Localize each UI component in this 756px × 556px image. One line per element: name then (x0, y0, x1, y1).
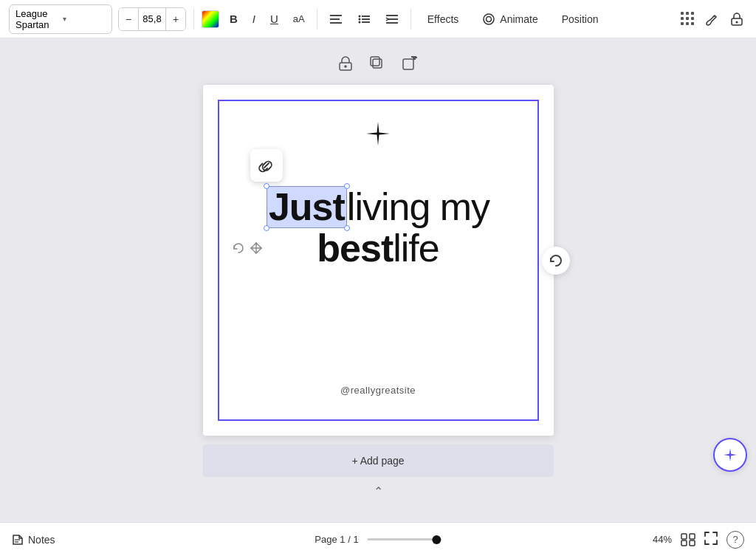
add-element-button[interactable] (399, 53, 420, 78)
list-icon (357, 13, 371, 25)
svg-rect-19 (373, 59, 382, 68)
divider-3 (410, 9, 411, 30)
link-icon-button[interactable] (250, 149, 283, 182)
svg-point-13 (487, 16, 492, 21)
handle-top-left (264, 183, 269, 189)
font-name-label: League Spartan (16, 8, 58, 30)
underline-button[interactable]: U (266, 10, 283, 28)
help-button[interactable]: ? (726, 531, 744, 549)
top-toolbar: League Spartan ▾ − + B I U aA (0, 0, 756, 38)
slider-thumb (433, 535, 441, 544)
magic-ai-button[interactable] (713, 438, 747, 472)
page-info-label: Page 1 / 1 (315, 534, 358, 545)
duplicate-icon (370, 56, 385, 71)
move-icon (250, 242, 262, 254)
page-slider[interactable] (368, 538, 441, 540)
svg-point-4 (358, 18, 360, 20)
svg-point-18 (344, 65, 347, 68)
word-just[interactable]: Just (267, 186, 347, 228)
lock-icon (731, 13, 743, 26)
fullscreen-button[interactable] (704, 532, 718, 548)
bold-button[interactable]: B (225, 10, 242, 28)
scroll-hint-icon[interactable]: ⌃ (374, 484, 383, 498)
indent-icon (385, 13, 399, 25)
svg-rect-21 (403, 59, 413, 69)
animate-button[interactable]: Animate (473, 9, 546, 30)
align-button[interactable] (325, 10, 347, 28)
bottom-bar: Notes Page 1 / 1 44% (0, 522, 756, 556)
svg-rect-30 (681, 534, 687, 539)
grid-view-button[interactable] (681, 533, 695, 546)
align-icon (329, 13, 343, 25)
add-page-button[interactable]: + Add page (203, 445, 554, 477)
lock-element-icon (339, 56, 352, 71)
transform-icons (233, 242, 262, 254)
zoom-level-label: 44% (653, 534, 672, 545)
list-button[interactable] (353, 10, 375, 28)
divider-2 (317, 9, 317, 30)
canvas-action-icons (336, 53, 420, 78)
effects-button[interactable]: Effects (419, 10, 468, 29)
slider-track (368, 538, 441, 540)
page-navigation: Page 1 / 1 (315, 534, 441, 545)
bottom-right-controls: 44% ? (653, 531, 744, 549)
text-line-2: best life (219, 228, 537, 269)
brush-icon (704, 13, 718, 26)
font-size-decrease-button[interactable]: − (119, 8, 138, 30)
notes-button[interactable]: Notes (12, 534, 55, 546)
apps-grid-icon[interactable] (681, 12, 695, 27)
sparkle-star-icon (366, 122, 390, 145)
link-icon (258, 157, 275, 174)
position-button[interactable]: Position (553, 10, 608, 29)
svg-point-3 (358, 15, 360, 17)
canvas-rotate-handle[interactable] (542, 247, 570, 275)
indent-button[interactable] (381, 10, 403, 28)
lock-element-button[interactable] (336, 53, 355, 78)
canvas-wrapper: Just living my (203, 85, 554, 436)
tagline-text: @reallygreatsite (219, 385, 537, 396)
svg-point-12 (484, 14, 494, 24)
svg-point-16 (736, 21, 738, 23)
divider-1 (193, 9, 194, 30)
text-line1-rest: living my (347, 187, 489, 227)
duplicate-button[interactable] (367, 53, 388, 78)
font-size-control: − + (118, 7, 186, 31)
text-line-1: Just living my (219, 186, 537, 228)
chevron-down-icon: ▾ (63, 15, 106, 23)
font-selector[interactable]: League Spartan ▾ (9, 4, 112, 34)
handle-top-right (344, 183, 350, 189)
font-size-input[interactable] (138, 8, 166, 30)
sparkle-decoration (366, 122, 390, 149)
text-line2-rest: life (393, 228, 439, 269)
animate-icon (482, 13, 495, 26)
rotate-handle-icon (549, 253, 563, 268)
font-size-increase-button[interactable]: + (166, 8, 185, 30)
text-case-button[interactable]: aA (289, 10, 309, 27)
sparkle-magic-icon (722, 447, 738, 463)
rotate-icon (233, 242, 244, 254)
notes-icon (12, 534, 24, 546)
fullscreen-icon (704, 532, 718, 545)
svg-rect-20 (371, 57, 379, 66)
grid-view-icon (681, 533, 695, 546)
svg-rect-31 (690, 534, 695, 539)
word-best: best (317, 228, 393, 269)
lock-button[interactable] (726, 10, 747, 29)
svg-line-14 (713, 16, 715, 17)
text-block[interactable]: Just living my (219, 186, 537, 268)
canvas-inner[interactable]: Just living my (218, 100, 539, 421)
add-element-icon (402, 56, 417, 71)
italic-button[interactable]: I (248, 10, 260, 28)
canvas-area: Just living my (0, 38, 756, 522)
style-brush-button[interactable] (700, 10, 722, 29)
color-picker-button[interactable] (202, 10, 219, 28)
svg-rect-32 (681, 540, 687, 546)
canvas-with-handle: Just living my (203, 85, 554, 436)
svg-rect-33 (690, 540, 695, 546)
svg-point-5 (358, 21, 360, 23)
toolbar-right (681, 10, 747, 29)
